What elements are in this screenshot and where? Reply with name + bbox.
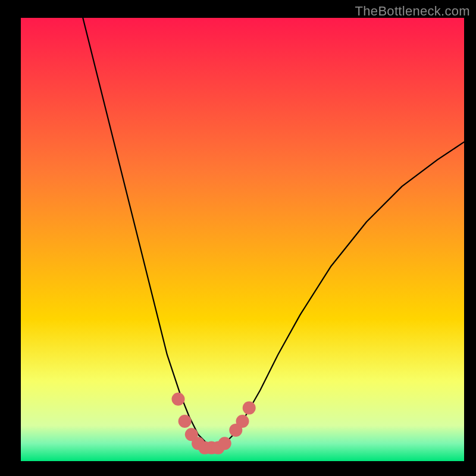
bottleneck-chart: [0, 0, 476, 476]
highlight-dot: [178, 415, 192, 428]
chart-stage: TheBottleneck.com: [0, 0, 476, 476]
watermark-label: TheBottleneck.com: [355, 4, 470, 19]
plot-background: [21, 18, 464, 461]
highlight-dot: [218, 437, 231, 450]
highlight-dot: [172, 393, 185, 406]
highlight-dot: [243, 402, 256, 415]
highlight-dot: [236, 415, 249, 428]
